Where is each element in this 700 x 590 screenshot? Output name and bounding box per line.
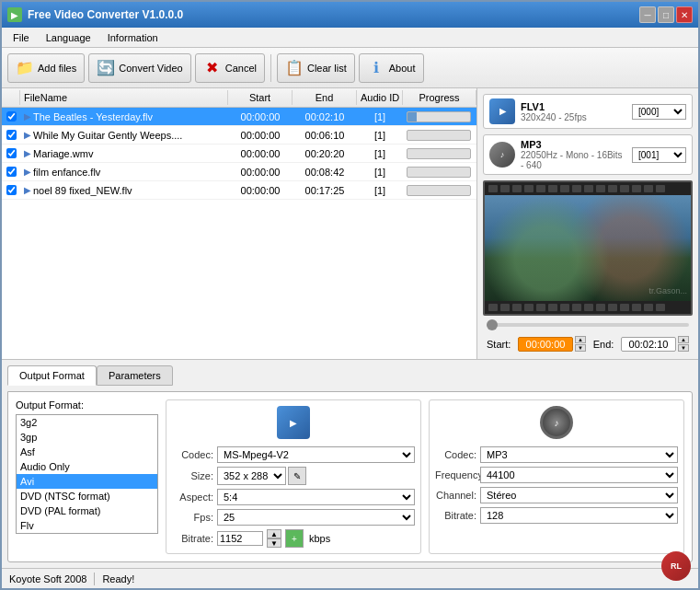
time-row: Start: ▲ ▼ End: ▲ ▼: [483, 334, 693, 353]
bitrate-up[interactable]: ▲: [267, 529, 281, 538]
slider-thumb[interactable]: [487, 319, 498, 330]
file-list-body[interactable]: ▶ The Beatles - Yesterday.flv 00:00:00 0…: [2, 108, 476, 359]
window-controls: ─ □ ✕: [639, 6, 693, 23]
bitrate-edit-button[interactable]: +: [285, 529, 304, 548]
table-row[interactable]: ▶ noel 89 fixed_NEW.flv 00:00:00 00:17:2…: [2, 181, 476, 200]
film-hole: [548, 185, 557, 192]
clear-list-icon: 📋: [285, 59, 304, 77]
menu-information[interactable]: Information: [100, 30, 166, 45]
audio-codec-select[interactable]: MP3: [480, 446, 678, 463]
col-start-header: Start: [228, 90, 293, 105]
start-time-up[interactable]: ▲: [575, 336, 586, 343]
list-item[interactable]: DVD (NTSC format): [17, 489, 157, 503]
film-hole: [632, 185, 641, 192]
end-time-down[interactable]: ▼: [678, 344, 689, 352]
end-time-up[interactable]: ▲: [678, 336, 689, 343]
audio-codec-panel: ♪ Codec: MP3 Frequency: 44100 Channel:: [429, 399, 684, 554]
tab-parameters[interactable]: Parameters: [97, 365, 173, 386]
format-listbox[interactable]: 3g2 3gp Asf Audio Only Avi DVD (NTSC for…: [16, 414, 158, 534]
list-item[interactable]: Iphone: [17, 533, 157, 534]
progress-bar: [407, 185, 471, 196]
end-label: End:: [593, 339, 614, 350]
film-hole: [536, 185, 545, 192]
size-row: Size: 352 x 288 ✎: [172, 467, 415, 485]
codec-label: Codec:: [172, 449, 213, 460]
audio-bitrate-label: Bitrate:: [435, 510, 476, 521]
video-format-card: ▶ FLV1 320x240 - 25fps [000]: [483, 94, 693, 129]
film-hole: [608, 304, 617, 311]
film-hole: [596, 185, 605, 192]
size-edit-button[interactable]: ✎: [288, 467, 306, 485]
row-audioid: [1]: [357, 129, 403, 142]
list-item-avi[interactable]: Avi: [17, 474, 157, 489]
film-hole: [524, 185, 534, 192]
audio-codec-row: Codec: MP3: [435, 446, 678, 463]
list-item[interactable]: Flv: [17, 518, 157, 533]
menu-file[interactable]: File: [6, 30, 37, 45]
about-icon: ℹ: [367, 59, 385, 77]
size-select[interactable]: 352 x 288: [217, 467, 286, 485]
video-format-select[interactable]: [000]: [632, 104, 686, 120]
clear-list-button[interactable]: 📋 Clear list: [277, 53, 355, 83]
list-item[interactable]: Asf: [17, 445, 157, 459]
frequency-select[interactable]: 44100: [480, 467, 678, 483]
minimize-button[interactable]: ─: [639, 6, 656, 23]
row-checkbox[interactable]: [2, 147, 20, 159]
table-row[interactable]: ▶ The Beatles - Yesterday.flv 00:00:00 0…: [2, 108, 476, 126]
audio-bitrate-row: Bitrate: 128: [435, 507, 678, 524]
table-row[interactable]: ▶ film enfance.flv 00:00:00 00:08:42 [1]: [2, 163, 476, 181]
list-item-audio-only[interactable]: Audio Only: [17, 459, 157, 474]
list-item[interactable]: 3gp: [17, 430, 157, 445]
film-hole: [620, 185, 629, 192]
film-hole: [524, 304, 534, 311]
start-time-input[interactable]: [518, 337, 573, 352]
row-start: 00:00:00: [228, 110, 293, 123]
row-filename: ▶ noel 89 fixed_NEW.flv: [20, 184, 228, 197]
row-start: 00:00:00: [228, 147, 293, 160]
convert-video-button[interactable]: 🔄 Convert Video: [88, 53, 191, 83]
progress-bar: [407, 130, 471, 141]
tab-output-format[interactable]: Output Format: [7, 365, 97, 386]
film-hole: [656, 185, 665, 192]
list-item[interactable]: 3g2: [17, 415, 157, 430]
bitrate-down[interactable]: ▼: [267, 538, 281, 548]
row-checkbox[interactable]: [2, 184, 20, 196]
size-group: 352 x 288 ✎: [217, 467, 306, 485]
list-item[interactable]: DVD (PAL format): [17, 503, 157, 518]
fps-select[interactable]: 25: [217, 509, 415, 526]
row-checkbox[interactable]: [2, 166, 20, 178]
film-hole: [584, 185, 593, 192]
row-checkbox[interactable]: [2, 129, 20, 141]
audio-bitrate-select[interactable]: 128: [480, 507, 678, 524]
aspect-select[interactable]: 5:4: [217, 489, 415, 505]
codec-select[interactable]: MS-Mpeg4-V2: [217, 446, 415, 463]
output-section: Output Format Parameters Output Format: …: [2, 359, 698, 568]
start-time-down[interactable]: ▼: [575, 344, 586, 352]
cancel-button[interactable]: ✖ Cancel: [195, 53, 265, 83]
add-files-button[interactable]: 📁 Add files: [7, 53, 85, 83]
menu-language[interactable]: Language: [39, 30, 98, 45]
video-format-name: FLV1: [521, 101, 626, 112]
video-format-details: 320x240 - 25fps: [521, 112, 626, 122]
preview-slider[interactable]: [483, 321, 693, 329]
row-filename: ▶ While My Guitar Gently Weeps....: [20, 129, 228, 142]
channel-select[interactable]: Stéreo: [480, 487, 678, 503]
maximize-button[interactable]: □: [658, 6, 674, 23]
row-audioid: [1]: [357, 166, 403, 179]
table-row[interactable]: ▶ While My Guitar Gently Weeps.... 00:00…: [2, 126, 476, 145]
channel-label: Channel:: [435, 490, 476, 501]
film-hole: [656, 304, 665, 311]
end-time-input[interactable]: [621, 337, 676, 352]
table-row[interactable]: ▶ Mariage.wmv 00:00:00 00:20:20 [1]: [2, 145, 476, 163]
row-progress: [403, 129, 476, 142]
bitrate-input[interactable]: [217, 531, 263, 546]
about-button[interactable]: ℹ About: [359, 53, 424, 83]
row-checkbox[interactable]: [2, 110, 20, 122]
audio-format-name: MP3: [521, 139, 626, 150]
size-label: Size:: [172, 470, 213, 481]
close-button[interactable]: ✕: [676, 6, 693, 23]
filmstrip-top: [485, 182, 691, 195]
row-start: 00:00:00: [228, 129, 293, 142]
audio-format-select[interactable]: [001]: [632, 147, 686, 163]
app-icon: ▶: [7, 7, 22, 22]
